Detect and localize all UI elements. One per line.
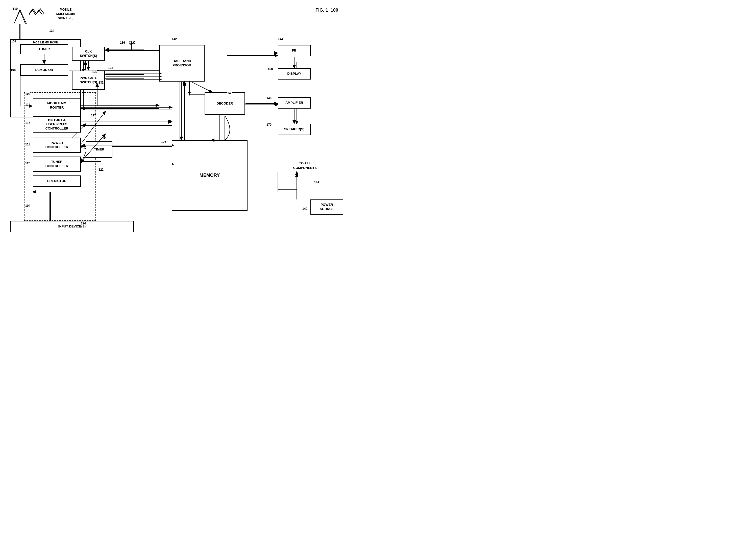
ref-136: 136 bbox=[120, 41, 125, 44]
svg-marker-42 bbox=[14, 10, 25, 24]
ref-128: 128 bbox=[102, 136, 107, 140]
ref-144: 144 bbox=[278, 37, 283, 41]
ref-132: 132 bbox=[98, 81, 104, 84]
svg-marker-0 bbox=[14, 10, 27, 24]
ref-138: 138 bbox=[108, 66, 113, 70]
ref-124: 124 bbox=[81, 222, 86, 225]
ref-104: 104 bbox=[25, 204, 30, 208]
speakers-box: SPEAKER(S) bbox=[278, 124, 311, 135]
ref-112: 112 bbox=[91, 114, 96, 117]
clk-switch-box: CLK SWITCH(S) bbox=[72, 47, 105, 61]
ref-141: 141 bbox=[314, 181, 319, 184]
timer-box: TIMER bbox=[86, 141, 112, 158]
ref-168: 168 bbox=[268, 67, 273, 71]
predictor-box: PREDICTOR bbox=[33, 175, 81, 187]
ref-130: 130 bbox=[92, 70, 97, 74]
ref-148: 148 bbox=[227, 91, 232, 95]
history-prefs-box: HISTORY & USER PREFS CONTROLLER bbox=[33, 116, 81, 133]
fb-box: FB bbox=[278, 45, 311, 56]
ref-102: 102 bbox=[25, 92, 30, 96]
pwr-gate-box: PWR GATE SWITCH(S) bbox=[72, 71, 105, 90]
demodor-box: DEMOD'OR bbox=[20, 64, 68, 76]
ref-108: 108 bbox=[11, 68, 16, 72]
ref-114: 114 bbox=[25, 103, 30, 107]
tuner-box: TUNER bbox=[20, 44, 68, 54]
ref-118: 118 bbox=[25, 143, 30, 146]
mobile-mm-router-box: MOBILE MM ROUTER bbox=[33, 98, 81, 112]
memory-box: MEMORY bbox=[172, 140, 247, 211]
ref-170: 170 bbox=[266, 123, 271, 126]
ref-110: 110 bbox=[13, 7, 18, 11]
tuner-controller-box: TUNER CONTROLLER bbox=[33, 157, 81, 172]
to-all-label: TO ALL COMPONENTS bbox=[293, 157, 317, 170]
ref-126: 126 bbox=[161, 140, 166, 144]
baseband-box: BASEBAND PROESSOR bbox=[159, 45, 204, 82]
ref-142: 142 bbox=[172, 37, 177, 41]
fig-title: FIG. 1 100 bbox=[315, 8, 338, 13]
svg-line-70 bbox=[192, 82, 212, 92]
ref-106: 106 bbox=[11, 40, 16, 43]
ref-116: 116 bbox=[25, 121, 30, 125]
clk-label: CLK bbox=[129, 41, 135, 44]
ref-122: 122 bbox=[98, 168, 104, 171]
ref-134: 134 bbox=[49, 29, 54, 33]
input-device-box: INPUT DEVICE(S) bbox=[10, 221, 134, 232]
decoder-box: DECODER bbox=[204, 92, 245, 115]
ref-120: 120 bbox=[25, 162, 30, 165]
ref-146: 146 bbox=[266, 96, 271, 100]
ref-140: 140 bbox=[302, 207, 307, 211]
display-box: DISPLAY bbox=[278, 68, 311, 80]
diagram: FIG. 1 100 110 MOBILE MULTIMEDIA SIGNAL(… bbox=[0, 0, 368, 280]
mobile-signal-label: MOBILE MULTIMEDIA SIGNAL(S) bbox=[50, 8, 81, 20]
amplifier-box: AMPLIFIER bbox=[278, 97, 311, 109]
power-source-box: POWER SOURCE bbox=[310, 199, 343, 215]
power-controller-box: POWER CONTROLLER bbox=[33, 138, 81, 153]
